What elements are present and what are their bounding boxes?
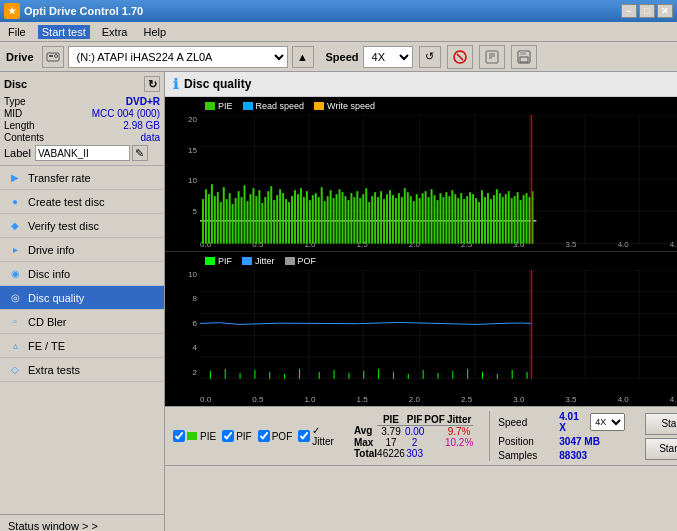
svg-rect-163 bbox=[348, 373, 349, 379]
position-value: 3047 MB bbox=[559, 436, 600, 447]
pie-checkbox-label[interactable]: PIE bbox=[173, 430, 216, 442]
speed-select[interactable]: 4X bbox=[363, 46, 413, 68]
position-label: Position bbox=[498, 436, 553, 447]
svg-rect-96 bbox=[407, 192, 409, 243]
svg-rect-157 bbox=[254, 370, 255, 379]
toolbar-disc-info-btn[interactable] bbox=[479, 45, 505, 69]
nav-item-extra-tests[interactable]: ◇ Extra tests bbox=[0, 358, 164, 382]
svg-rect-104 bbox=[431, 189, 433, 243]
menu-start-test[interactable]: Start test bbox=[38, 25, 90, 39]
svg-rect-67 bbox=[321, 187, 323, 243]
pie-avg: 3.79 bbox=[377, 425, 405, 437]
menu-file[interactable]: File bbox=[4, 25, 30, 39]
disc-panel: Disc ↻ Type DVD+R MID MCC 004 (000) Leng… bbox=[0, 72, 164, 166]
start-part-button[interactable]: Start part bbox=[645, 438, 677, 460]
nav-item-verify-test-disc[interactable]: ◆ Verify test disc bbox=[0, 214, 164, 238]
chart-pif: PIF Jitter POF 10 8 6 4 2 bbox=[165, 252, 677, 406]
pif-checkbox-label[interactable]: PIF bbox=[222, 430, 252, 442]
svg-rect-61 bbox=[303, 197, 305, 244]
disc-quality-icon-header: ℹ bbox=[173, 76, 178, 92]
nav-item-transfer-rate[interactable]: ▶ Transfer rate bbox=[0, 166, 164, 190]
status-window-btn[interactable]: Status window > > bbox=[0, 514, 164, 531]
minimize-button[interactable]: − bbox=[621, 4, 637, 18]
svg-rect-116 bbox=[466, 196, 468, 243]
svg-rect-87 bbox=[380, 191, 382, 243]
checkbox-group: PIE PIF POF ✓ Jitter bbox=[173, 425, 334, 447]
drive-eject-btn[interactable]: ▲ bbox=[292, 46, 314, 68]
nav-item-disc-info[interactable]: ◉ Disc info bbox=[0, 262, 164, 286]
menu-extra[interactable]: Extra bbox=[98, 25, 132, 39]
disc-refresh-btn[interactable]: ↻ bbox=[144, 76, 160, 92]
label-input[interactable] bbox=[35, 145, 130, 161]
pie-col-header: PIE bbox=[377, 414, 405, 426]
svg-rect-63 bbox=[309, 200, 311, 244]
chart-pie: PIE Read speed Write speed 20 15 10 bbox=[165, 97, 677, 252]
svg-rect-94 bbox=[401, 197, 403, 244]
maximize-button[interactable]: □ bbox=[639, 4, 655, 18]
pif-checkbox[interactable] bbox=[222, 430, 234, 442]
nav-item-drive-info[interactable]: ▸ Drive info bbox=[0, 238, 164, 262]
svg-rect-74 bbox=[341, 192, 343, 243]
charts-area: PIE Read speed Write speed 20 15 10 bbox=[165, 97, 677, 406]
chart2-legend: PIF Jitter POF bbox=[205, 256, 316, 266]
menu-help[interactable]: Help bbox=[139, 25, 170, 39]
nav-item-cd-bler[interactable]: ▫ CD Bler bbox=[0, 310, 164, 334]
drive-select[interactable]: (N:) ATAPI iHAS224 A ZL0A bbox=[68, 46, 288, 68]
svg-rect-88 bbox=[383, 199, 385, 244]
jitter-checkbox[interactable] bbox=[298, 430, 310, 442]
sidebar: Disc ↻ Type DVD+R MID MCC 004 (000) Leng… bbox=[0, 72, 165, 531]
svg-rect-84 bbox=[371, 196, 373, 243]
svg-rect-44 bbox=[252, 188, 254, 243]
svg-rect-78 bbox=[353, 197, 355, 244]
svg-rect-174 bbox=[512, 370, 513, 379]
nav-item-disc-quality[interactable]: ◎ Disc quality bbox=[0, 286, 164, 310]
title-bar: ★ Opti Drive Control 1.70 − □ ✕ bbox=[0, 0, 677, 22]
start-buttons: Start full Start part bbox=[645, 413, 677, 460]
toolbar-save-btn[interactable] bbox=[511, 45, 537, 69]
svg-rect-73 bbox=[339, 189, 341, 243]
svg-line-4 bbox=[457, 54, 463, 60]
type-label: Type bbox=[4, 96, 26, 107]
disc-quality-header: ℹ Disc quality bbox=[165, 72, 677, 97]
svg-rect-123 bbox=[487, 193, 489, 243]
svg-rect-91 bbox=[392, 195, 394, 243]
speed-apply-btn[interactable]: ↺ bbox=[419, 46, 441, 68]
drive-info-icon: ▸ bbox=[8, 243, 22, 257]
length-label: Length bbox=[4, 120, 35, 131]
menu-bar: File Start test Extra Help bbox=[0, 22, 677, 42]
svg-rect-158 bbox=[269, 372, 270, 379]
pif-total: 303 bbox=[405, 448, 424, 459]
toolbar-erase-btn[interactable] bbox=[447, 45, 473, 69]
svg-rect-136 bbox=[526, 193, 528, 243]
nav-item-create-test-disc[interactable]: ● Create test disc bbox=[0, 190, 164, 214]
pif-max: 2 bbox=[405, 437, 424, 448]
label-edit-icon[interactable]: ✎ bbox=[132, 145, 148, 161]
svg-rect-109 bbox=[445, 192, 447, 243]
svg-rect-50 bbox=[270, 186, 272, 243]
svg-rect-108 bbox=[442, 197, 444, 244]
start-full-button[interactable]: Start full bbox=[645, 413, 677, 435]
svg-rect-29 bbox=[208, 194, 210, 243]
svg-rect-129 bbox=[505, 194, 507, 243]
svg-rect-119 bbox=[475, 198, 477, 244]
nav-item-fe-te[interactable]: ▵ FE / TE bbox=[0, 334, 164, 358]
svg-rect-168 bbox=[423, 370, 424, 379]
svg-rect-66 bbox=[318, 197, 320, 244]
mid-label: MID bbox=[4, 108, 22, 119]
svg-rect-112 bbox=[454, 194, 456, 243]
speed-select-stats[interactable]: 4X bbox=[590, 413, 625, 431]
svg-rect-59 bbox=[297, 194, 299, 243]
pof-checkbox[interactable] bbox=[258, 430, 270, 442]
drive-icon-btn[interactable] bbox=[42, 46, 64, 68]
pof-checkbox-label[interactable]: POF bbox=[258, 430, 293, 442]
jitter-checkbox-label[interactable]: ✓ Jitter bbox=[298, 425, 334, 447]
app-icon: ★ bbox=[4, 3, 20, 19]
pie-checkbox[interactable] bbox=[173, 430, 185, 442]
app-title: Opti Drive Control 1.70 bbox=[24, 5, 143, 17]
svg-rect-69 bbox=[327, 196, 329, 243]
svg-rect-110 bbox=[448, 196, 450, 243]
svg-rect-160 bbox=[299, 369, 300, 379]
close-button[interactable]: ✕ bbox=[657, 4, 673, 18]
svg-rect-130 bbox=[508, 191, 510, 243]
svg-rect-53 bbox=[279, 189, 281, 243]
